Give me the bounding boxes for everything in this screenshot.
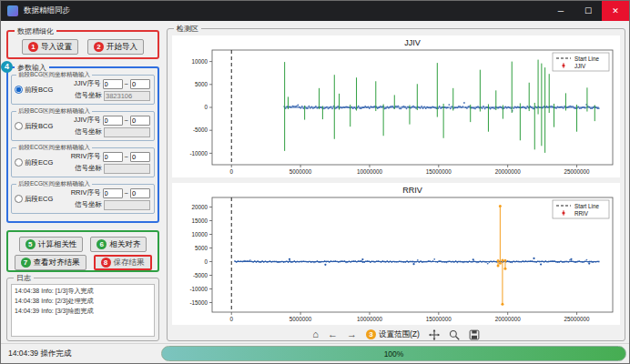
import-button-row: 1 导入设置 2 开始导入 — [8, 39, 158, 55]
save-result-button[interactable]: 8 保存结果 — [94, 255, 152, 270]
view-align-result-button[interactable]: 7 查看对齐结果 — [15, 255, 86, 270]
calc-correlation-button[interactable]: 5 计算相关性 — [19, 237, 84, 252]
signal-coord-label: 信号坐标 — [75, 91, 102, 100]
rear-bcg-seq-end-input[interactable] — [130, 116, 150, 126]
rear-ecg-radio[interactable]: 后段ECG — [12, 195, 56, 204]
maximize-button[interactable]: ☐ — [574, 1, 602, 21]
status-bar: 14:04:39 操作完成 100% — [1, 343, 629, 363]
svg-text:15000000: 15000000 — [426, 316, 452, 322]
front-ecg-seq-end-input[interactable] — [130, 152, 150, 162]
start-import-label: 开始导入 — [107, 42, 137, 53]
app-window: 数据精细同步 ─ ☐ ✕ 数据精细化 1 导入设置 2 开始导入 参数输入 4 … — [0, 0, 630, 364]
step-7-badge: 7 — [21, 258, 31, 268]
svg-text:JJIV: JJIV — [574, 63, 586, 69]
front-bcg-radio[interactable]: 前段BCG — [12, 86, 56, 95]
actions-row-2: 7 查看对齐结果 8 保存结果 — [8, 255, 158, 270]
rear-bcg-section-title: 后段BCG区间坐标精确输入 — [16, 107, 92, 116]
rriv-chart[interactable]: RRIV-15000-10000-50000500010000150002000… — [172, 183, 620, 325]
back-icon[interactable]: ← — [328, 329, 338, 339]
svg-text:5000000: 5000000 — [290, 316, 312, 322]
start-import-button[interactable]: 2 开始导入 — [87, 39, 144, 55]
log-line: 14:04:39 Info: [3/3]绘图完成 — [15, 307, 151, 317]
front-bcg-rows: JJIV序号 ~ 信号坐标 — [56, 79, 154, 101]
rear-ecg-seq-start-input[interactable] — [103, 188, 123, 198]
rear-bcg-radio-input[interactable] — [15, 122, 23, 130]
tilde-separator: ~ — [125, 116, 128, 125]
set-range-button[interactable]: 3 设置范围(Z) — [366, 329, 420, 340]
rear-ecg-radio-input[interactable] — [15, 195, 23, 203]
front-bcg-radio-label: 前段BCG — [25, 86, 53, 95]
svg-text:5000000: 5000000 — [290, 168, 312, 175]
pan-icon[interactable] — [429, 329, 440, 340]
svg-text:15000000: 15000000 — [426, 168, 452, 175]
rear-ecg-seq-end-input[interactable] — [130, 188, 150, 198]
minimize-button[interactable]: ─ — [547, 1, 574, 21]
front-bcg-seq-end-input[interactable] — [130, 79, 150, 89]
front-bcg-seq-start-input[interactable] — [103, 79, 123, 89]
svg-text:15000: 15000 — [191, 217, 208, 224]
rear-bcg-radio[interactable]: 后段BCG — [12, 122, 56, 131]
svg-text:10000000: 10000000 — [357, 316, 383, 322]
rear-bcg-radio-label: 后段BCG — [25, 122, 53, 131]
params-group: 参数输入 4 前段BCG区间坐标精确输入 前段BCG JJIV序号 ~ 信号坐标 — [6, 66, 159, 223]
front-ecg-radio-input[interactable] — [15, 158, 23, 167]
jjiv-plot: JJIV-10000-50000500010000050000001000000… — [172, 35, 620, 177]
svg-text:5000: 5000 — [195, 81, 208, 87]
svg-text:20000000: 20000000 — [495, 316, 522, 322]
svg-text:-10000: -10000 — [189, 286, 208, 292]
titlebar: 数据精细同步 ─ ☐ ✕ — [1, 1, 629, 21]
front-ecg-radio[interactable]: 前段ECG — [12, 158, 56, 167]
save-icon[interactable] — [469, 329, 480, 340]
svg-text:20000: 20000 — [191, 204, 208, 210]
tilde-separator: ~ — [125, 189, 128, 197]
zoom-icon[interactable] — [449, 329, 460, 340]
rear-bcg-seq-start-input[interactable] — [103, 116, 123, 126]
rear-ecg-section-title: 后段ECG区间坐标精确输入 — [16, 180, 92, 188]
home-icon[interactable]: ⌂ — [312, 329, 319, 339]
correlation-align-button[interactable]: 6 相关对齐 — [90, 237, 147, 252]
log-group-title: 日志 — [14, 273, 34, 283]
close-button[interactable]: ✕ — [602, 1, 629, 21]
rear-ecg-coord-input — [104, 200, 150, 210]
save-result-label: 保存结果 — [114, 258, 145, 268]
jjiv-seq-label: JJIV序号 — [74, 79, 101, 88]
param-section-front-bcg: 前段BCG区间坐标精确输入 前段BCG JJIV序号 ~ 信号坐标 — [11, 75, 155, 105]
step-1-badge: 1 — [28, 42, 38, 52]
svg-text:Start Line: Start Line — [574, 203, 599, 209]
actions-row-1: 5 计算相关性 6 相关对齐 — [8, 237, 158, 252]
front-bcg-section-title: 前段BCG区间坐标精确输入 — [16, 71, 92, 79]
plot-area-title: 检测区 — [174, 24, 201, 34]
svg-text:0: 0 — [229, 316, 233, 322]
log-line: 14:04:38 Info: [2/3]处理完成 — [15, 297, 151, 307]
svg-text:Start Line: Start Line — [574, 56, 599, 62]
log-group: 日志 14:04:38 Info: [1/3]导入完成 14:04:38 Inf… — [6, 278, 159, 341]
rriv-seq-label: RRIV序号 — [71, 152, 101, 161]
step-3-badge: 3 — [366, 329, 376, 339]
plot-area-group: 检测区 JJIV-10000-5000050001000005000000100… — [167, 28, 625, 341]
front-bcg-radio-input[interactable] — [15, 86, 23, 94]
tilde-separator: ~ — [125, 153, 128, 161]
svg-text:JJIV: JJIV — [404, 38, 421, 47]
front-ecg-seq-start-input[interactable] — [103, 152, 123, 162]
tilde-separator: ~ — [125, 80, 128, 88]
svg-text:-10000: -10000 — [189, 150, 208, 157]
svg-text:10000: 10000 — [191, 58, 208, 65]
calc-correlation-label: 计算相关性 — [38, 239, 77, 250]
svg-text:-5000: -5000 — [193, 126, 208, 133]
svg-text:RRIV: RRIV — [574, 210, 589, 217]
import-settings-label: 导入设置 — [41, 42, 72, 53]
svg-text:25000000: 25000000 — [564, 168, 591, 175]
import-settings-button[interactable]: 1 导入设置 — [22, 39, 78, 55]
front-ecg-coord-input — [104, 164, 150, 174]
rear-ecg-radio-label: 后段ECG — [25, 195, 53, 204]
actions-group: 5 计算相关性 6 相关对齐 7 查看对齐结果 8 保存结果 — [6, 230, 159, 272]
import-group: 数据精细化 1 导入设置 2 开始导入 — [6, 30, 159, 59]
log-list[interactable]: 14:04:38 Info: [1/3]导入完成 14:04:38 Info: … — [11, 284, 155, 337]
step-6-badge: 6 — [97, 239, 107, 249]
svg-text:RRIV: RRIV — [402, 186, 422, 195]
step-5-badge: 5 — [25, 239, 36, 249]
app-icon — [7, 5, 18, 16]
forward-icon[interactable]: → — [347, 329, 357, 339]
step-8-badge: 8 — [101, 258, 111, 268]
jjiv-chart[interactable]: JJIV-10000-50000500010000050000001000000… — [172, 35, 620, 177]
